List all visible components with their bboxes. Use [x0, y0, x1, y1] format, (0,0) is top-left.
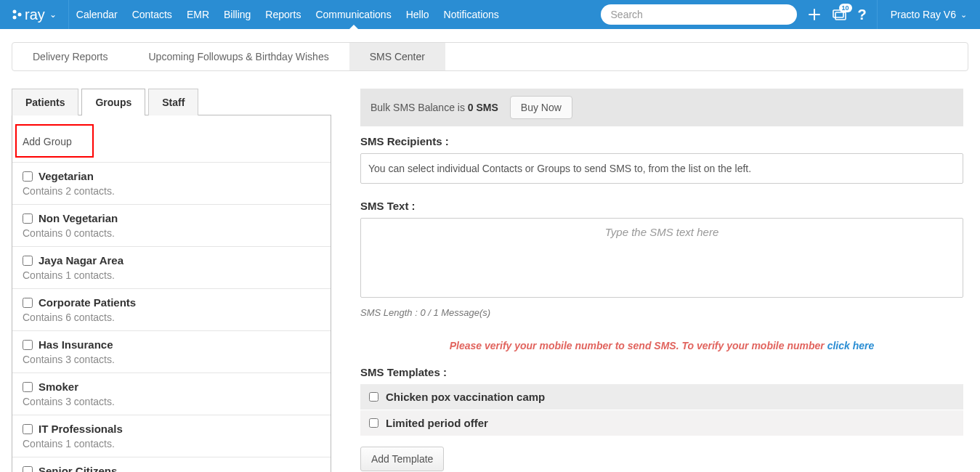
nav-link-communications[interactable]: Communications — [308, 0, 398, 29]
recipient-tab-staff[interactable]: Staff — [148, 89, 198, 115]
template-checkbox[interactable] — [369, 392, 378, 402]
recipient-tab-patients[interactable]: Patients — [12, 89, 78, 115]
group-item[interactable]: SmokerContains 3 contacts. — [12, 373, 331, 415]
group-name: Non Vegetarian — [39, 212, 118, 224]
group-checkbox[interactable] — [23, 382, 33, 392]
group-subtext: Contains 1 contacts. — [23, 438, 322, 449]
sms-length-info: SMS Length : 0 / 1 Message(s) — [360, 307, 963, 318]
group-checkbox[interactable] — [23, 213, 33, 224]
template-list: Chicken pox vaccination campLimited peri… — [360, 384, 963, 436]
group-checkbox[interactable] — [23, 466, 33, 473]
sms-text-input[interactable] — [360, 218, 963, 298]
left-panel: PatientsGroupsStaff Add Group Vegetarian… — [12, 89, 331, 472]
balance-bar: Bulk SMS Balance is 0 SMS Buy Now — [360, 89, 963, 126]
group-checkbox[interactable] — [23, 256, 33, 266]
nav-right: 10 ? Practo Ray V6 ⌄ — [601, 0, 980, 29]
recipient-tabs: PatientsGroupsStaff — [12, 89, 331, 115]
nav-link-contacts[interactable]: Contacts — [125, 0, 179, 29]
subtab-delivery-reports[interactable]: Delivery Reports — [12, 43, 128, 70]
subtabs: Delivery ReportsUpcoming Followups & Bir… — [12, 42, 968, 71]
group-item[interactable]: Has InsuranceContains 3 contacts. — [12, 331, 331, 373]
chevron-down-icon: ⌄ — [960, 10, 967, 20]
search-input[interactable] — [611, 9, 787, 20]
group-subtext: Contains 6 contacts. — [23, 312, 322, 323]
subtab-sms-center[interactable]: SMS Center — [349, 43, 445, 70]
template-item[interactable]: Chicken pox vaccination camp — [360, 384, 963, 410]
group-checkbox[interactable] — [23, 171, 33, 182]
nav-link-billing[interactable]: Billing — [216, 0, 258, 29]
balance-prefix: Bulk SMS Balance is — [370, 102, 468, 113]
subtabs-container: Delivery ReportsUpcoming Followups & Bir… — [0, 29, 980, 71]
group-list[interactable]: VegetarianContains 2 contacts.Non Vegeta… — [12, 162, 331, 472]
group-item[interactable]: Non VegetarianContains 0 contacts. — [12, 205, 331, 247]
group-item[interactable]: Corporate PatientsContains 6 contacts. — [12, 289, 331, 331]
nav-link-notifications[interactable]: Notifications — [437, 0, 506, 29]
group-name: Corporate Patients — [39, 296, 136, 309]
group-checkbox[interactable] — [23, 424, 33, 434]
templates-label: SMS Templates : — [360, 366, 963, 378]
svg-point-1 — [13, 16, 17, 20]
balance-text: Bulk SMS Balance is 0 SMS — [370, 102, 498, 113]
group-subtext: Contains 2 contacts. — [23, 185, 322, 197]
group-name: Senior Citizens — [39, 465, 117, 472]
group-item[interactable]: Jaya Nagar AreaContains 1 contacts. — [12, 247, 331, 289]
group-item[interactable]: Senior CitizensContains 0 contacts. — [12, 457, 331, 472]
group-subtext: Contains 1 contacts. — [23, 269, 322, 281]
main-content: PatientsGroupsStaff Add Group Vegetarian… — [0, 71, 980, 472]
nav-link-emr[interactable]: EMR — [179, 0, 216, 29]
right-panel: Bulk SMS Balance is 0 SMS Buy Now SMS Re… — [360, 89, 963, 472]
add-template-button[interactable]: Add Template — [360, 447, 444, 471]
notification-badge: 10 — [839, 4, 852, 12]
recipients-label: SMS Recipients : — [360, 135, 963, 147]
group-subtext: Contains 3 contacts. — [23, 354, 322, 365]
buy-now-button[interactable]: Buy Now — [510, 96, 572, 119]
nav-links: CalendarContactsEMRBillingReportsCommuni… — [69, 0, 506, 29]
recipient-tab-groups[interactable]: Groups — [81, 89, 145, 115]
group-item[interactable]: IT ProfessionalsContains 1 contacts. — [12, 415, 331, 457]
svg-point-2 — [18, 13, 22, 17]
nav-link-calendar[interactable]: Calendar — [69, 0, 125, 29]
balance-value: 0 SMS — [468, 102, 498, 113]
template-item[interactable]: Limited period offer — [360, 410, 963, 436]
template-name: Limited period offer — [386, 417, 488, 429]
recipient-panel: Add Group VegetarianContains 2 contacts.… — [12, 115, 331, 472]
brand-switcher[interactable]: ray ⌄ — [0, 0, 69, 29]
add-icon[interactable] — [807, 7, 822, 22]
group-checkbox[interactable] — [23, 340, 33, 350]
verify-warning: Please verify your mobile number to send… — [360, 340, 963, 351]
group-item[interactable]: VegetarianContains 2 contacts. — [12, 163, 331, 205]
svg-point-0 — [13, 10, 17, 14]
help-icon[interactable]: ? — [858, 7, 867, 23]
group-name: IT Professionals — [39, 423, 123, 435]
brand-name: ray — [25, 7, 45, 23]
group-name: Smoker — [39, 381, 78, 393]
add-group-label: Add Group — [23, 136, 72, 147]
verify-warning-text: Please verify your mobile number to send… — [450, 340, 827, 351]
template-name: Chicken pox vaccination camp — [386, 391, 545, 403]
sms-text-label: SMS Text : — [360, 200, 963, 212]
search-box[interactable] — [601, 4, 797, 25]
nav-link-reports[interactable]: Reports — [258, 0, 308, 29]
svg-rect-4 — [835, 12, 846, 20]
group-subtext: Contains 0 contacts. — [23, 227, 322, 239]
group-subtext: Contains 3 contacts. — [23, 396, 322, 407]
brand-logo-icon — [12, 9, 22, 20]
template-checkbox[interactable] — [369, 418, 378, 428]
group-name: Has Insurance — [39, 338, 113, 351]
group-checkbox[interactable] — [23, 298, 33, 308]
group-name: Jaya Nagar Area — [39, 254, 123, 266]
queue-icon[interactable]: 10 — [832, 8, 848, 21]
verify-link[interactable]: click here — [827, 340, 875, 351]
subtab-upcoming-followups-birthday-wishes[interactable]: Upcoming Followups & Birthday Wishes — [128, 43, 349, 70]
add-group-button[interactable]: Add Group — [15, 124, 94, 158]
chevron-down-icon: ⌄ — [49, 9, 57, 20]
practice-switcher[interactable]: Practo Ray V6 ⌄ — [877, 0, 980, 29]
nav-link-hello[interactable]: Hello — [399, 0, 437, 29]
top-nav: ray ⌄ CalendarContactsEMRBillingReportsC… — [0, 0, 980, 29]
group-name: Vegetarian — [39, 170, 94, 182]
recipients-hint-box: You can select individual Contacts or Gr… — [360, 153, 963, 184]
practice-name: Practo Ray V6 — [891, 9, 956, 20]
